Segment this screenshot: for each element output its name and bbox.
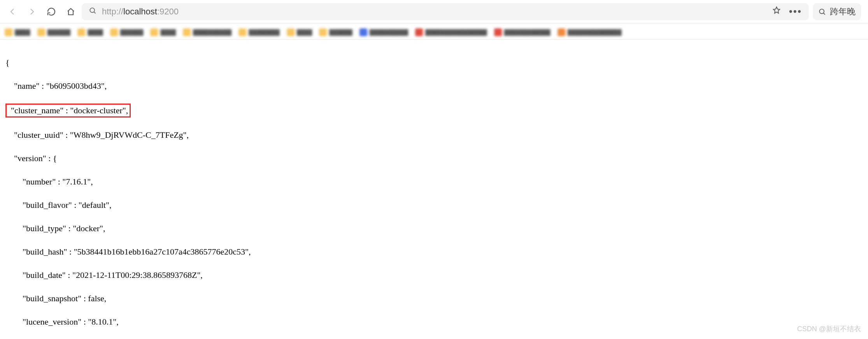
json-line-name: "name" : "b6095003bd43", xyxy=(5,80,863,92)
brace-open: { xyxy=(5,57,863,69)
json-line-number: "number" : "7.16.1", xyxy=(5,176,863,188)
bookmark-item[interactable]: ████ xyxy=(5,27,30,38)
json-line-build-type: "build_type" : "docker", xyxy=(5,223,863,234)
bookmark-item[interactable]: ████████████ xyxy=(494,27,551,38)
watermark-text: CSDN @新垣不结衣 xyxy=(797,324,861,334)
star-icon[interactable] xyxy=(772,6,781,18)
bookmark-item[interactable]: ████ xyxy=(77,27,103,38)
json-line-build-date: "build_date" : "2021-12-11T00:29:38.8658… xyxy=(5,269,863,281)
bookmark-item[interactable]: ██████████ xyxy=(359,27,408,38)
bookmark-item[interactable]: ██████████████ xyxy=(558,27,622,38)
json-line-build-snapshot: "build_snapshot" : false, xyxy=(5,293,863,304)
more-icon[interactable]: ••• xyxy=(789,5,802,18)
url-text: http://localhost:9200 xyxy=(102,7,179,17)
address-bar[interactable]: http://localhost:9200 ••• xyxy=(82,3,809,20)
bookmark-item[interactable]: ████ xyxy=(287,27,312,38)
home-button[interactable] xyxy=(62,3,79,20)
quick-search-text: 跨年晚 xyxy=(830,6,856,18)
json-response-body: { "name" : "b6095003bd43", "cluster_name… xyxy=(0,40,868,339)
bookmark-item[interactable]: ████ xyxy=(150,27,176,38)
json-line-build-flavor: "build_flavor" : "default", xyxy=(5,199,863,211)
quick-search-box[interactable]: 跨年晚 xyxy=(813,3,861,20)
json-line-lucene: "lucene_version" : "8.10.1", xyxy=(5,316,863,328)
json-line-cluster-uuid: "cluster_uuid" : "W8hw9_DjRVWdC-C_7TFeZg… xyxy=(5,129,863,141)
bookmark-item[interactable]: ██████ xyxy=(110,27,144,38)
reload-button[interactable] xyxy=(43,3,60,20)
bookmark-item[interactable]: ██████ xyxy=(37,27,71,38)
json-line-cluster-name: "cluster_name" : "docker-cluster", xyxy=(5,104,863,118)
json-line-version-open: "version" : { xyxy=(5,153,863,164)
bookmarks-bar: ████ ██████ ████ ██████ ████ ██████████ … xyxy=(0,23,868,40)
bookmark-item[interactable]: ██████ xyxy=(319,27,352,38)
url-host: localhost xyxy=(123,7,157,16)
back-button[interactable] xyxy=(4,3,21,20)
url-protocol: http:// xyxy=(102,7,123,16)
bookmark-item[interactable]: ██████████ xyxy=(183,27,231,38)
search-icon xyxy=(89,7,96,17)
browser-toolbar: http://localhost:9200 ••• 跨年晚 xyxy=(0,0,868,23)
url-port: :9200 xyxy=(157,7,179,16)
bookmark-item[interactable]: ████████████████ xyxy=(415,27,487,38)
bookmark-item[interactable]: ████████ xyxy=(238,27,279,38)
toolbar-right: 跨年晚 xyxy=(811,3,864,20)
svg-point-1 xyxy=(819,9,824,14)
forward-button[interactable] xyxy=(23,3,40,20)
svg-point-0 xyxy=(90,8,95,12)
json-line-build-hash: "build_hash" : "5b38441b16b1ebb16a27c107… xyxy=(5,246,863,258)
highlight-cluster-name: "cluster_name" : "docker-cluster", xyxy=(5,104,131,118)
